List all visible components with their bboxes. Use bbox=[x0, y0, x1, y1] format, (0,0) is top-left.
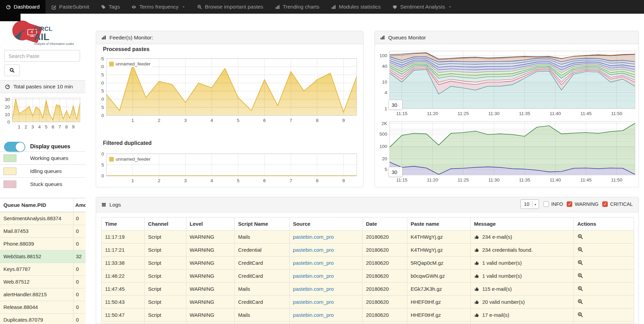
svg-text:500: 500 bbox=[379, 132, 387, 137]
svg-text:2: 2 bbox=[158, 118, 160, 123]
range-minutes-input[interactable]: 30 bbox=[388, 167, 403, 177]
logo-title: CIRCL bbox=[34, 26, 74, 32]
col-header-message: Message bbox=[470, 217, 574, 230]
log-script: CreditCard bbox=[235, 270, 289, 283]
critical-checkbox[interactable] bbox=[602, 201, 608, 207]
svg-text:6: 6 bbox=[52, 124, 54, 129]
info-checkbox[interactable] bbox=[543, 201, 549, 207]
inspect-paste-icon[interactable] bbox=[577, 234, 583, 239]
range-minutes-input[interactable]: 30 bbox=[388, 100, 403, 110]
svg-text:9: 9 bbox=[342, 178, 345, 183]
nav-browse-important-pastes[interactable]: Browse important pastes bbox=[191, 0, 269, 14]
log-paste-name: b0cqwGWN.gz bbox=[407, 270, 470, 283]
log-level: WARNING bbox=[186, 244, 235, 257]
legend-label: Idling queues bbox=[30, 168, 62, 174]
inspect-paste-icon[interactable] bbox=[577, 312, 583, 317]
log-source-link[interactable]: pastebin.com_pro bbox=[293, 273, 334, 279]
log-paste-name: HHEF0tHf.gz bbox=[407, 309, 470, 322]
svg-text:1: 1 bbox=[131, 118, 134, 123]
nav-label: PasteSubmit bbox=[59, 4, 89, 10]
queue-name: Keys.87787 bbox=[3, 266, 30, 272]
search-paste-input[interactable] bbox=[4, 50, 80, 62]
warning-label[interactable]: WARNING bbox=[575, 201, 599, 207]
page-size-select[interactable]: 10 bbox=[521, 199, 539, 209]
total-pastes-sparkline: 0102030123456789 bbox=[0, 96, 86, 130]
svg-text:30: 30 bbox=[5, 97, 10, 102]
total-pastes-header: Total pastes since 10 min bbox=[0, 80, 86, 93]
queue-amount: 0 bbox=[76, 291, 79, 297]
svg-text:8: 8 bbox=[65, 124, 68, 129]
inspect-paste-icon[interactable] bbox=[577, 299, 583, 304]
display-queues-toggle[interactable] bbox=[4, 142, 25, 152]
nav-pastesubmit[interactable]: PasteSubmit bbox=[45, 0, 95, 14]
svg-text:25: 25 bbox=[101, 72, 104, 77]
log-message: 1 valid number(s) bbox=[482, 273, 522, 279]
warning-checkbox[interactable] bbox=[567, 201, 572, 207]
col-header-channel: Channel bbox=[145, 217, 186, 230]
idling-queues-swatch bbox=[3, 167, 16, 175]
chart-legend: unnamed_feeder bbox=[108, 156, 153, 162]
inspect-paste-icon[interactable] bbox=[577, 273, 583, 278]
info-label[interactable]: INFO bbox=[551, 201, 563, 207]
inspect-paste-icon[interactable] bbox=[577, 286, 583, 291]
chevron-down-icon bbox=[448, 5, 452, 9]
log-source-link[interactable]: pastebin.com_pro bbox=[293, 247, 334, 253]
filtered-duplicated-chart: 0.00.51.0123456789 bbox=[101, 148, 362, 187]
nav-modules-statistics[interactable]: Modules statistics bbox=[325, 0, 386, 14]
svg-text:8: 8 bbox=[316, 178, 319, 183]
active-tab-extension bbox=[0, 14, 21, 21]
svg-text:1: 1 bbox=[18, 124, 21, 129]
svg-text:11:30: 11:30 bbox=[488, 177, 500, 183]
inspect-paste-icon[interactable] bbox=[577, 247, 583, 252]
log-time: 11:50:47 bbox=[102, 309, 145, 322]
search-button[interactable] bbox=[4, 64, 20, 76]
log-level: WARNING bbox=[186, 270, 235, 283]
svg-text:0.0: 0.0 bbox=[101, 173, 104, 178]
log-date: 20180620 bbox=[362, 296, 407, 309]
nav-label: Tags bbox=[109, 4, 120, 10]
logs-panel: Logs 10 INFO WARNING CRITICAL Time Chann… bbox=[96, 197, 639, 324]
gauge-icon bbox=[5, 84, 10, 89]
critical-label[interactable]: CRITICAL bbox=[610, 201, 633, 207]
svg-text:5: 5 bbox=[237, 118, 240, 123]
svg-text:4: 4 bbox=[38, 124, 41, 129]
log-source-link[interactable]: pastebin.com_pro bbox=[293, 299, 334, 305]
svg-text:11:35: 11:35 bbox=[519, 177, 530, 183]
search-icon bbox=[9, 67, 15, 73]
svg-text:20: 20 bbox=[382, 156, 387, 161]
queue-row: Web.875120 bbox=[0, 276, 86, 288]
dashboard-icon bbox=[6, 4, 11, 10]
nav-dashboard[interactable]: Dashboard bbox=[0, 0, 45, 14]
svg-text:30: 30 bbox=[101, 64, 104, 69]
svg-text:7: 7 bbox=[58, 124, 61, 129]
legend-label: Working queues bbox=[30, 155, 68, 161]
nav-terms-frequency[interactable]: Terms frequency bbox=[126, 0, 191, 14]
nav-sentiment-analysis[interactable]: Sentiment Analysis bbox=[386, 0, 458, 14]
inspect-paste-icon[interactable] bbox=[577, 260, 583, 265]
svg-text:1: 1 bbox=[384, 106, 387, 111]
queue-row: Duplicates.870790 bbox=[0, 314, 86, 324]
svg-text:20: 20 bbox=[5, 104, 10, 110]
log-row: 11:17:19 Script WARNING Mails pastebin.c… bbox=[102, 230, 634, 244]
queue-amount: 0 bbox=[76, 228, 79, 234]
log-source-link[interactable]: pastebin.com_pro bbox=[293, 260, 334, 266]
bar-chart-icon bbox=[380, 35, 385, 40]
log-script: Credential bbox=[235, 244, 289, 257]
feeder-panel-header: Feeder(s) Monitor: bbox=[96, 31, 363, 44]
log-source-link[interactable]: pastebin.com_pro bbox=[293, 234, 334, 240]
svg-text:1: 1 bbox=[131, 178, 134, 183]
logs-header-row: Time Channel Level Script Name Source Da… bbox=[102, 217, 634, 230]
log-time: 11:51:34 bbox=[102, 322, 145, 324]
svg-text:11:50: 11:50 bbox=[611, 111, 622, 116]
nav-trending-charts[interactable]: Trending charts bbox=[269, 0, 325, 14]
log-message: 234 e-mail(s) bbox=[482, 234, 512, 240]
log-row: 11:46:22 Script WARNING CreditCard paste… bbox=[102, 270, 634, 283]
chart-legend: unnamed_feeder bbox=[108, 61, 153, 67]
queue-table-header: Queue Name.PID Amount bbox=[0, 198, 86, 212]
bar-chart-icon bbox=[331, 4, 336, 10]
nav-tags[interactable]: Tags bbox=[95, 0, 126, 14]
svg-text:4: 4 bbox=[210, 178, 213, 183]
log-source-link[interactable]: pastebin.com_pro bbox=[293, 312, 334, 318]
log-source-link[interactable]: pastebin.com_pro bbox=[293, 286, 334, 292]
svg-text:3: 3 bbox=[184, 178, 187, 183]
